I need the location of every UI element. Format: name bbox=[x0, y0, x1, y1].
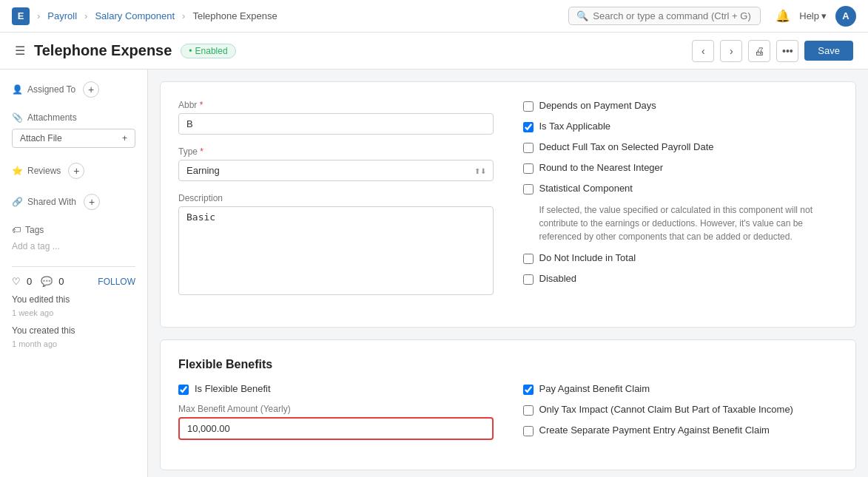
sidebar-divider bbox=[12, 266, 135, 267]
add-review-button[interactable]: + bbox=[68, 163, 84, 179]
description-label: Description bbox=[178, 193, 494, 203]
nav-sep-2: › bbox=[84, 10, 87, 21]
deduct-full-tax-row: Deduct Full Tax on Selected Payroll Date bbox=[523, 141, 838, 153]
flexible-benefits-grid: Is Flexible Benefit Max Benefit Amount (… bbox=[178, 383, 838, 452]
type-required: * bbox=[200, 146, 203, 157]
flexible-benefits-left: Is Flexible Benefit Max Benefit Amount (… bbox=[178, 383, 494, 452]
max-benefit-group: Max Benefit Amount (Yearly) bbox=[178, 404, 494, 440]
attach-label: Attach File bbox=[20, 133, 62, 143]
statistical-component-row: Statistical Component bbox=[523, 183, 838, 194]
deduct-full-tax-checkbox[interactable] bbox=[523, 143, 534, 153]
follow-row: ♡ 0 💬 0 FOLLOW bbox=[12, 276, 135, 287]
max-benefit-label: Max Benefit Amount (Yearly) bbox=[178, 404, 494, 414]
abbr-label: Abbr * bbox=[178, 100, 494, 110]
depends-on-payment-label: Depends on Payment Days bbox=[539, 100, 656, 111]
sidebar: 👤 Assigned To + 📎 Attachments Attach Fil… bbox=[0, 70, 148, 477]
nav-breadcrumb-payroll[interactable]: Payroll bbox=[47, 10, 77, 21]
main-form-card: Abbr * Type * Earning Deduction bbox=[160, 81, 856, 328]
deduct-full-tax-label: Deduct Full Tax on Selected Payroll Date bbox=[539, 141, 714, 152]
round-to-nearest-row: Round to the Nearest Integer bbox=[523, 162, 838, 174]
page-header: ☰ Telephone Expense Enabled ‹ › 🖨 ••• Sa… bbox=[0, 33, 868, 70]
tag-icon: 🏷 bbox=[12, 225, 21, 235]
do-not-include-row: Do Not Include in Total bbox=[523, 252, 838, 264]
attachments-title: 📎 Attachments bbox=[12, 112, 135, 123]
more-button[interactable]: ••• bbox=[776, 40, 798, 62]
nav-sep-1: › bbox=[37, 10, 40, 21]
help-label: Help bbox=[799, 10, 819, 21]
max-benefit-input[interactable] bbox=[178, 417, 494, 440]
assigned-to-section: 👤 Assigned To + bbox=[12, 81, 135, 98]
activity-item-1: You edited this 1 week ago bbox=[12, 293, 135, 319]
nav-search[interactable]: 🔍 Search or type a command (Ctrl + G) bbox=[568, 7, 761, 25]
flexible-benefits-right: Pay Against Benefit Claim Only Tax Impac… bbox=[523, 383, 838, 452]
avatar[interactable]: A bbox=[835, 6, 856, 27]
shared-with-title: 🔗 Shared With + bbox=[12, 194, 135, 210]
pay-against-benefit-checkbox[interactable] bbox=[523, 385, 534, 395]
description-group: Description Basic bbox=[178, 193, 494, 297]
do-not-include-label: Do Not Include in Total bbox=[539, 252, 636, 263]
abbr-input[interactable] bbox=[178, 113, 494, 135]
follow-button[interactable]: FOLLOW bbox=[98, 277, 135, 287]
description-textarea[interactable]: Basic bbox=[178, 206, 494, 295]
add-shared-button[interactable]: + bbox=[84, 194, 100, 210]
help-chevron-icon: ▾ bbox=[821, 10, 827, 21]
search-icon: 🔍 bbox=[576, 10, 588, 21]
reviews-title: ⭐ Reviews + bbox=[12, 163, 135, 179]
round-to-nearest-label: Round to the Nearest Integer bbox=[539, 162, 664, 173]
round-to-nearest-checkbox[interactable] bbox=[523, 163, 534, 174]
hamburger-icon[interactable]: ☰ bbox=[15, 44, 25, 58]
help-menu[interactable]: Help ▾ bbox=[799, 10, 827, 21]
form-left: Abbr * Type * Earning Deduction bbox=[178, 100, 494, 309]
prev-button[interactable]: ‹ bbox=[692, 40, 714, 62]
only-tax-impact-row: Only Tax Impact (Cannot Claim But Part o… bbox=[523, 404, 838, 416]
disabled-checkbox[interactable] bbox=[523, 274, 534, 285]
activity-item-2: You created this 1 month ago bbox=[12, 324, 135, 351]
abbr-required: * bbox=[200, 100, 203, 110]
nav-actions: 🔔 Help ▾ A bbox=[776, 6, 856, 27]
user-icon: 👤 bbox=[12, 84, 23, 95]
tags-title: 🏷 Tags bbox=[12, 225, 135, 235]
likes-count: 0 bbox=[27, 276, 32, 287]
create-separate-label: Create Separate Payment Entry Against Be… bbox=[539, 424, 770, 436]
flexible-benefits-title: Flexible Benefits bbox=[178, 358, 838, 371]
page-title: Telephone Expense bbox=[34, 42, 172, 59]
do-not-include-checkbox[interactable] bbox=[523, 254, 534, 264]
next-button[interactable]: › bbox=[720, 40, 742, 62]
attachments-section: 📎 Attachments Attach File + bbox=[12, 112, 135, 148]
type-label: Type * bbox=[178, 146, 494, 157]
is-flexible-benefit-checkbox[interactable] bbox=[178, 385, 189, 395]
statistical-component-checkbox[interactable] bbox=[523, 184, 534, 194]
create-separate-checkbox[interactable] bbox=[523, 426, 534, 436]
is-flexible-benefit-row: Is Flexible Benefit bbox=[178, 383, 494, 395]
attach-file-button[interactable]: Attach File + bbox=[12, 129, 135, 148]
header-actions: ‹ › 🖨 ••• Save bbox=[692, 40, 853, 62]
attachment-icon: 📎 bbox=[12, 112, 23, 123]
type-select-wrapper: Earning Deduction ⬆⬇ bbox=[178, 160, 494, 181]
save-button[interactable]: Save bbox=[804, 41, 853, 61]
pay-against-benefit-row: Pay Against Benefit Claim bbox=[523, 383, 838, 395]
is-tax-applicable-checkbox[interactable] bbox=[523, 122, 534, 132]
comment-icon: 💬 bbox=[41, 276, 53, 287]
nav-logo: E bbox=[12, 7, 30, 25]
nav-sep-3: › bbox=[182, 10, 185, 21]
like-icon: ♡ bbox=[12, 276, 21, 287]
top-nav: E › Payroll › Salary Component › Telepho… bbox=[0, 0, 868, 33]
form-grid: Abbr * Type * Earning Deduction bbox=[178, 100, 838, 309]
nav-breadcrumb-salary[interactable]: Salary Component bbox=[95, 10, 175, 21]
type-group: Type * Earning Deduction ⬆⬇ bbox=[178, 146, 494, 181]
disabled-row: Disabled bbox=[523, 273, 838, 285]
print-button[interactable]: 🖨 bbox=[748, 40, 770, 62]
add-tag-label[interactable]: Add a tag ... bbox=[12, 241, 135, 251]
abbr-group: Abbr * bbox=[178, 100, 494, 135]
add-assigned-button[interactable]: + bbox=[83, 81, 99, 98]
depends-on-payment-checkbox[interactable] bbox=[523, 101, 534, 112]
type-select[interactable]: Earning Deduction bbox=[178, 160, 494, 181]
nav-breadcrumb-current: Telephone Expense bbox=[192, 10, 277, 21]
form-right: Depends on Payment Days Is Tax Applicabl… bbox=[523, 100, 838, 309]
search-placeholder: Search or type a command (Ctrl + G) bbox=[593, 10, 751, 21]
disabled-label: Disabled bbox=[539, 273, 577, 284]
only-tax-impact-checkbox[interactable] bbox=[523, 405, 534, 416]
is-tax-applicable-label: Is Tax Applicable bbox=[539, 121, 611, 132]
layout: 👤 Assigned To + 📎 Attachments Attach Fil… bbox=[0, 70, 868, 477]
notification-bell-icon[interactable]: 🔔 bbox=[776, 9, 790, 23]
